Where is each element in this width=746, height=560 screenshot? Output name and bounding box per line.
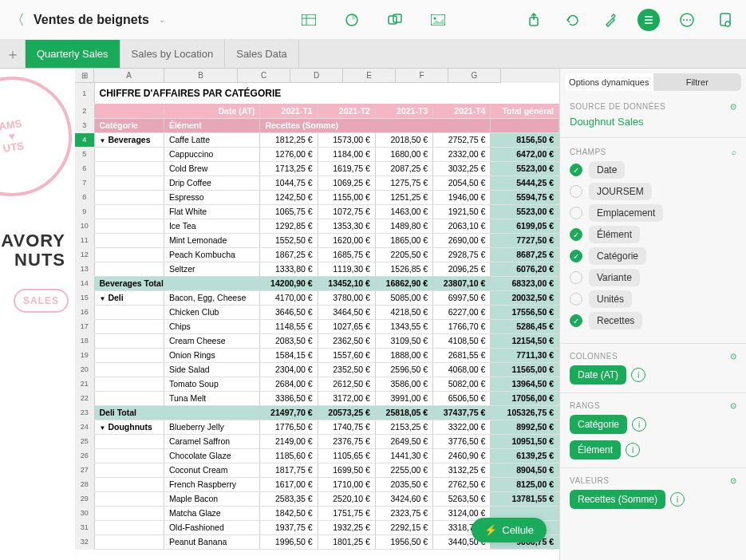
media-icon[interactable] (427, 9, 449, 31)
category-header[interactable]: Catégorie (94, 118, 164, 132)
table-icon[interactable] (298, 9, 320, 31)
cell[interactable] (94, 362, 164, 377)
row-header[interactable]: 18 (75, 333, 94, 348)
category-total[interactable]: 20573,25 € (318, 405, 375, 420)
value-cell[interactable]: 2018,50 € (375, 132, 432, 147)
document-title[interactable]: Ventes de beignets (34, 13, 149, 27)
cell[interactable] (94, 534, 164, 549)
field-pill[interactable]: Recettes (589, 312, 642, 329)
value-cell[interactable]: 3646,50 € (260, 305, 318, 319)
field-checkbox[interactable]: ✓ (570, 250, 582, 262)
value-cell[interactable]: 3464,50 € (318, 305, 375, 319)
value-cell[interactable]: 1526,85 € (375, 262, 432, 276)
item-name[interactable]: Mint Lemonade (164, 233, 260, 247)
row-total[interactable]: 12154,50 € (491, 333, 559, 348)
row-total[interactable]: 7727,50 € (491, 233, 559, 247)
value-cell[interactable]: 6997,50 € (433, 290, 491, 305)
columns-options-icon[interactable]: ⊙ (730, 352, 737, 361)
chart-icon[interactable] (341, 9, 363, 31)
value-cell[interactable]: 2583,35 € (260, 491, 318, 506)
value-cell[interactable]: 1685,75 € (318, 247, 375, 262)
cell[interactable] (94, 434, 164, 448)
info-icon[interactable]: i (670, 492, 685, 507)
value-cell[interactable]: 2323,75 € (375, 506, 432, 520)
value-cell[interactable]: 2681,55 € (433, 348, 491, 362)
undo-icon[interactable] (561, 9, 583, 31)
field-pill[interactable]: Date (589, 161, 625, 179)
value-cell[interactable]: 1069,25 € (318, 175, 375, 190)
value-cell[interactable]: 3386,50 € (260, 391, 318, 405)
value-cell[interactable]: 4108,50 € (433, 333, 491, 348)
quarter-header[interactable]: 2021-T3 (375, 104, 432, 118)
value-cell[interactable]: 1065,75 € (260, 204, 318, 219)
field-row[interactable]: ✓Date (570, 161, 736, 179)
cell[interactable] (491, 118, 559, 132)
category-total[interactable]: 13452,10 € (318, 276, 375, 290)
field-pill[interactable]: Élément (589, 226, 640, 243)
item-name[interactable]: Coconut Cream (164, 463, 260, 477)
value-cell[interactable]: 1353,30 € (318, 219, 375, 233)
inspector-icon[interactable] (637, 9, 660, 31)
title-chevron-icon[interactable]: ⌄ (159, 15, 165, 24)
value-cell[interactable]: 2762,50 € (433, 477, 491, 491)
row-header[interactable]: 12 (75, 247, 94, 262)
row-header[interactable]: 21 (75, 377, 94, 391)
value-cell[interactable]: 2612,50 € (318, 377, 375, 391)
row-total[interactable]: 8156,50 € (491, 132, 559, 147)
field-checkbox[interactable]: ✓ (570, 164, 582, 176)
row-total[interactable]: 6076,20 € (491, 262, 559, 276)
row-header[interactable]: 4 (75, 132, 94, 147)
category-cell[interactable]: ▼Beverages (94, 132, 164, 147)
row-header[interactable]: 11 (75, 233, 94, 247)
value-cell[interactable]: 1441,30 € (375, 448, 432, 463)
row-header[interactable]: 22 (75, 391, 94, 405)
field-row[interactable]: ✓Recettes (570, 312, 736, 329)
item-name[interactable]: Espresso (164, 190, 260, 204)
row-total[interactable]: 17056,00 € (491, 391, 559, 405)
row-header[interactable]: 16 (75, 305, 94, 319)
rows-options-icon[interactable]: ⊙ (730, 401, 737, 410)
format-brush-icon[interactable] (599, 9, 622, 31)
quarter-header[interactable]: 2021-T2 (318, 104, 375, 118)
value-cell[interactable]: 3586,00 € (375, 377, 432, 391)
item-name[interactable]: Chocolate Glaze (164, 448, 260, 463)
field-row[interactable]: ✓Catégorie (570, 247, 736, 265)
row-header[interactable]: 2 (75, 104, 94, 118)
value-cell[interactable]: 6506,50 € (433, 391, 491, 405)
value-cell[interactable]: 1620,00 € (318, 233, 375, 247)
column-header[interactable]: G (448, 69, 501, 83)
value-cell[interactable]: 1619,75 € (318, 161, 375, 175)
value-cell[interactable]: 1251,25 € (375, 190, 432, 204)
values-options-icon[interactable]: ⊙ (730, 476, 737, 485)
value-cell[interactable]: 1119,30 € (318, 262, 375, 276)
sheet-tab[interactable]: Quarterly Sales (26, 40, 120, 68)
value-cell[interactable]: 2153,25 € (375, 420, 432, 434)
item-name[interactable]: Side Salad (164, 362, 260, 377)
value-cell[interactable]: 1276,00 € (260, 147, 318, 161)
row-header[interactable]: 19 (75, 348, 94, 362)
field-pill[interactable]: Catégorie (589, 247, 646, 265)
value-cell[interactable]: 2205,50 € (375, 247, 432, 262)
value-cell[interactable]: 6227,00 € (433, 305, 491, 319)
value-cell[interactable]: 2928,75 € (433, 247, 491, 262)
row-header[interactable]: 25 (75, 434, 94, 448)
value-cell[interactable]: 4170,00 € (260, 290, 318, 305)
value-cell[interactable]: 1072,75 € (318, 204, 375, 219)
item-name[interactable]: Seltzer (164, 262, 260, 276)
row-total[interactable]: 6139,25 € (491, 448, 559, 463)
row-total[interactable]: 17556,50 € (491, 305, 559, 319)
item-name[interactable]: Maple Bacon (164, 491, 260, 506)
cell[interactable] (94, 204, 164, 219)
cell[interactable] (94, 305, 164, 319)
category-total[interactable]: 14200,90 € (260, 276, 318, 290)
category-total[interactable]: 37437,75 € (433, 405, 491, 420)
value-cell[interactable]: 2649,50 € (375, 434, 432, 448)
row-header[interactable]: 6 (75, 161, 94, 175)
row-total[interactable]: 5594,75 € (491, 190, 559, 204)
item-name[interactable]: Flat White (164, 204, 260, 219)
category-total[interactable]: 16862,90 € (375, 276, 432, 290)
row-header[interactable]: 31 (75, 520, 94, 534)
search-fields-icon[interactable]: ⌕ (732, 148, 737, 156)
grand-total-header[interactable]: Total général (491, 104, 559, 118)
source-options-icon[interactable]: ⊙ (730, 102, 737, 111)
